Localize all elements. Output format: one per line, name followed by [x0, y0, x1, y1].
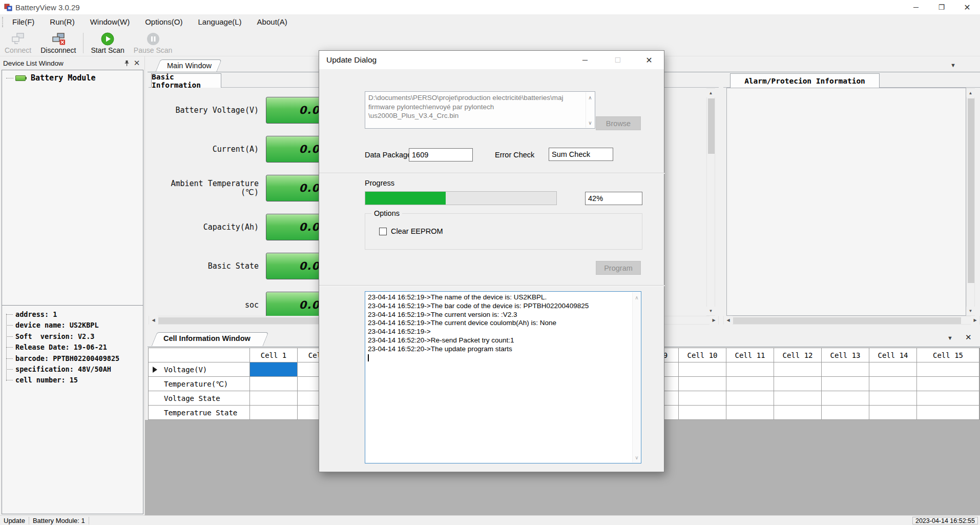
- table-cell[interactable]: [250, 362, 298, 377]
- device-detail-item[interactable]: Release Date: 19-06-21: [2, 342, 143, 353]
- start-scan-button[interactable]: Start Scan: [86, 31, 129, 55]
- table-cell[interactable]: [869, 362, 917, 377]
- scroll-left-icon[interactable]: ◀: [724, 316, 733, 325]
- table-cell[interactable]: [869, 391, 917, 406]
- table-cell[interactable]: [250, 406, 298, 420]
- path-scrollbar[interactable]: ∧ ∨: [586, 92, 594, 128]
- row-header-temperature-[interactable]: Temperature(℃): [149, 377, 250, 391]
- device-detail-item[interactable]: Soft version: V2.3: [2, 331, 143, 342]
- table-cell[interactable]: [917, 406, 979, 420]
- column-header-cell-10[interactable]: Cell 10: [679, 348, 726, 362]
- table-cell[interactable]: [774, 377, 822, 391]
- column-header-cell-11[interactable]: Cell 11: [726, 348, 774, 362]
- table-cell[interactable]: [917, 362, 979, 377]
- table-cell[interactable]: [726, 377, 774, 391]
- scroll-down-icon[interactable]: ▼: [706, 307, 715, 315]
- menu-filef[interactable]: File(F): [5, 14, 42, 30]
- column-header-cell-13[interactable]: Cell 13: [822, 348, 869, 362]
- window-close-icon[interactable]: ✕: [954, 0, 980, 14]
- update-log-field[interactable]: 23-04-14 16:52:19->The name of the devic…: [365, 291, 641, 463]
- tab-basic-information[interactable]: Basic Information: [151, 73, 221, 88]
- device-detail-item[interactable]: address: 1: [2, 309, 143, 320]
- table-cell[interactable]: [250, 377, 298, 391]
- connect-button[interactable]: Connect: [0, 31, 36, 55]
- table-cell[interactable]: [869, 377, 917, 391]
- scroll-up-icon[interactable]: ∧: [633, 293, 641, 301]
- browse-button[interactable]: Browse: [596, 116, 641, 130]
- dialog-close-icon[interactable]: ✕: [639, 51, 659, 69]
- tab-cell-information[interactable]: Cell Information Window: [154, 332, 266, 346]
- dialog-maximize-icon[interactable]: ☐: [608, 51, 628, 69]
- row-header-voltage-state[interactable]: Voltage State: [149, 391, 250, 406]
- table-cell[interactable]: [917, 391, 979, 406]
- scroll-up-icon[interactable]: ▲: [966, 89, 975, 97]
- scroll-right-icon[interactable]: ▶: [710, 316, 718, 325]
- column-header-cell-14[interactable]: Cell 14: [869, 348, 917, 362]
- column-header-cell-15[interactable]: Cell 15: [917, 348, 979, 362]
- device-detail-item[interactable]: cell number: 15: [2, 375, 143, 386]
- table-cell[interactable]: [726, 362, 774, 377]
- table-cell[interactable]: [869, 406, 917, 420]
- error-check-input[interactable]: Sum Check: [549, 148, 613, 161]
- scroll-thumb[interactable]: [968, 98, 974, 283]
- table-cell[interactable]: [822, 406, 869, 420]
- table-cell[interactable]: [917, 377, 979, 391]
- device-detail-item[interactable]: device name: US2KBPL: [2, 320, 143, 331]
- table-cell[interactable]: [774, 362, 822, 377]
- window-maximize-icon[interactable]: ❐: [929, 0, 954, 14]
- firmware-path-field[interactable]: D:\documents\PERSO\projet\production ele…: [365, 91, 595, 129]
- scroll-up-icon[interactable]: ▲: [706, 89, 715, 97]
- table-cell[interactable]: [822, 362, 869, 377]
- pin-icon[interactable]: [121, 58, 132, 68]
- table-cell[interactable]: [679, 362, 726, 377]
- tabstrip-dropdown-icon[interactable]: ▼: [950, 62, 956, 68]
- scroll-down-icon[interactable]: ▼: [966, 307, 975, 315]
- scroll-down-icon[interactable]: ∨: [633, 453, 641, 461]
- menu-optionso[interactable]: Options(O): [137, 14, 190, 30]
- panel-close-icon[interactable]: ✕: [132, 58, 142, 68]
- clear-eeprom-checkbox[interactable]: [379, 228, 387, 235]
- menu-abouta[interactable]: About(A): [249, 14, 295, 30]
- tab-main-window[interactable]: Main Window: [158, 59, 219, 72]
- table-cell[interactable]: [822, 391, 869, 406]
- main-vertical-scrollbar[interactable]: ▲ ▼: [706, 88, 715, 316]
- clear-eeprom-option[interactable]: Clear EEPROM: [379, 227, 443, 235]
- table-cell[interactable]: [679, 391, 726, 406]
- pause-scan-button[interactable]: Pause Scan: [129, 31, 177, 55]
- row-header-voltage-v-[interactable]: Voltage(V): [149, 362, 250, 377]
- menu-windoww[interactable]: Window(W): [82, 14, 138, 30]
- column-header-cell-12[interactable]: Cell 12: [774, 348, 822, 362]
- tree-item-battery-module[interactable]: Battery Module: [6, 73, 143, 83]
- log-scrollbar[interactable]: ∧ ∨: [632, 292, 640, 462]
- table-cell[interactable]: [726, 406, 774, 420]
- table-cell[interactable]: [822, 377, 869, 391]
- dialog-minimize-icon[interactable]: ─: [575, 51, 595, 69]
- scroll-left-icon[interactable]: ◀: [149, 316, 158, 325]
- device-detail-item[interactable]: barcode: PPTBH02200409825: [2, 353, 143, 364]
- window-minimize-icon[interactable]: ─: [903, 0, 929, 14]
- table-cell[interactable]: [679, 377, 726, 391]
- menu-languagel[interactable]: Language(L): [191, 14, 249, 30]
- table-cell[interactable]: [774, 391, 822, 406]
- table-cell[interactable]: [774, 406, 822, 420]
- table-cell[interactable]: [250, 391, 298, 406]
- scroll-thumb[interactable]: [708, 98, 715, 154]
- disconnect-button[interactable]: Disconnect: [36, 31, 80, 55]
- menu-runr[interactable]: Run(R): [42, 14, 82, 30]
- scroll-right-icon[interactable]: ▶: [971, 316, 979, 325]
- column-header-cell-1[interactable]: Cell 1: [250, 348, 298, 362]
- program-button[interactable]: Program: [596, 261, 641, 275]
- tab-alarm-protection[interactable]: Alarm/Protecion Information: [730, 73, 880, 88]
- cell-panel-close-icon[interactable]: ✕: [965, 333, 972, 342]
- table-cell[interactable]: [679, 406, 726, 420]
- scroll-thumb[interactable]: [733, 317, 961, 324]
- scroll-up-icon[interactable]: ∧: [586, 93, 594, 102]
- cell-panel-dropdown-icon[interactable]: ▼: [947, 335, 953, 341]
- alarm-vertical-scrollbar[interactable]: ▲ ▼: [966, 88, 975, 316]
- scroll-down-icon[interactable]: ∨: [586, 118, 594, 127]
- row-header-temperatrue-state[interactable]: Temperatrue State: [149, 406, 250, 420]
- device-detail-item[interactable]: specification: 48V/50AH: [2, 364, 143, 375]
- alarm-horizontal-scrollbar[interactable]: ◀ ▶: [723, 316, 980, 325]
- table-cell[interactable]: [726, 391, 774, 406]
- data-package-input[interactable]: 1609: [409, 148, 473, 161]
